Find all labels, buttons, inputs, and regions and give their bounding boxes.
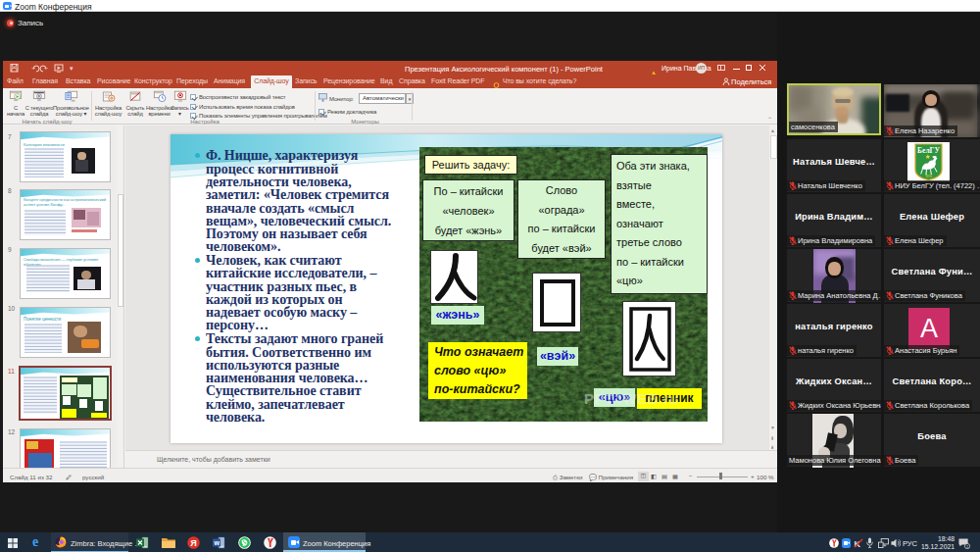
svg-text:1876: 1876	[925, 175, 932, 178]
svg-text:w: w	[213, 539, 220, 546]
svg-text:Я: Я	[190, 538, 196, 548]
svg-text:▾: ▾	[70, 65, 74, 72]
svg-text:БелГУ: БелГУ	[917, 146, 940, 155]
